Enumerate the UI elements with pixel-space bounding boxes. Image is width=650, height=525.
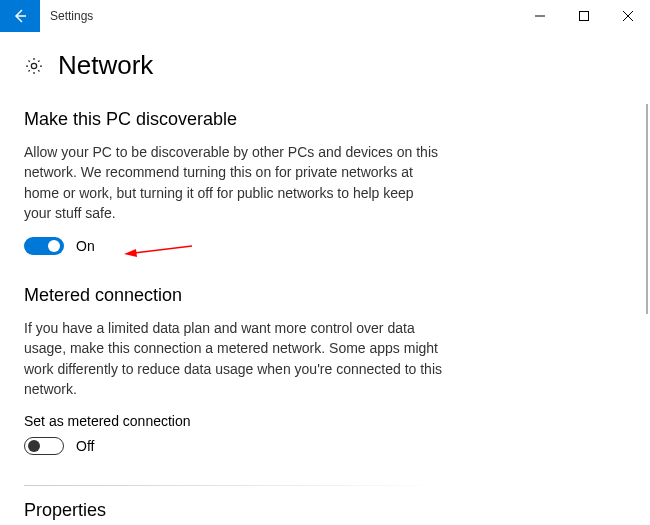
svg-rect-2 <box>580 12 589 21</box>
window-controls <box>518 0 650 32</box>
svg-point-5 <box>31 63 36 68</box>
titlebar: Settings <box>0 0 650 32</box>
scrollbar[interactable] <box>638 32 650 525</box>
discoverable-toggle[interactable] <box>24 237 64 255</box>
metered-toggle-label: Off <box>76 438 94 454</box>
page-title: Network <box>58 50 153 81</box>
minimize-button[interactable] <box>518 0 562 32</box>
toggle-knob <box>48 240 60 252</box>
discoverable-toggle-label: On <box>76 238 95 254</box>
page-header: Network <box>24 50 614 81</box>
maximize-button[interactable] <box>562 0 606 32</box>
annotation-arrow-icon <box>124 243 194 257</box>
metered-title: Metered connection <box>24 285 614 306</box>
discoverable-title: Make this PC discoverable <box>24 109 614 130</box>
discoverable-desc: Allow your PC to be discoverable by othe… <box>24 142 444 223</box>
svg-marker-7 <box>124 249 137 257</box>
section-divider <box>24 485 444 486</box>
back-button[interactable] <box>0 0 40 32</box>
metered-label: Set as metered connection <box>24 413 614 429</box>
arrow-left-icon <box>12 8 28 24</box>
close-button[interactable] <box>606 0 650 32</box>
metered-toggle[interactable] <box>24 437 64 455</box>
content-area: Network Make this PC discoverable Allow … <box>0 32 638 525</box>
properties-title: Properties <box>24 500 614 521</box>
metered-desc: If you have a limited data plan and want… <box>24 318 444 399</box>
window-title: Settings <box>50 9 93 23</box>
toggle-knob <box>28 440 40 452</box>
gear-icon <box>24 56 44 76</box>
scrollbar-thumb[interactable] <box>646 104 648 314</box>
svg-line-6 <box>134 246 192 253</box>
